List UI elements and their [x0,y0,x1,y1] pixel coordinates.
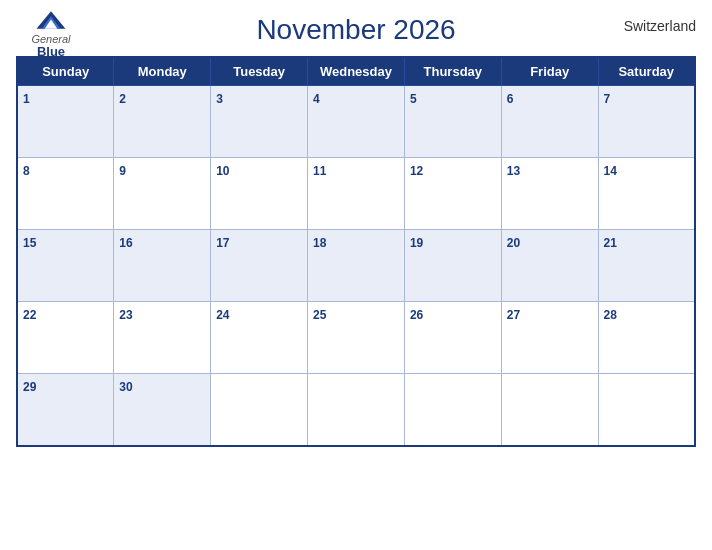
day-number: 17 [216,236,229,250]
day-number: 4 [313,92,320,106]
calendar-day-cell: 11 [308,158,405,230]
calendar-body: 1234567891011121314151617181920212223242… [17,86,695,446]
day-number: 10 [216,164,229,178]
calendar-day-cell [308,374,405,446]
calendar-day-cell: 21 [598,230,695,302]
calendar-day-cell: 10 [211,158,308,230]
calendar-week-row: 2930 [17,374,695,446]
calendar-day-cell: 18 [308,230,405,302]
header-wednesday: Wednesday [308,57,405,86]
calendar-table: Sunday Monday Tuesday Wednesday Thursday… [16,56,696,447]
day-number: 9 [119,164,126,178]
calendar-day-cell [211,374,308,446]
calendar-day-cell: 27 [501,302,598,374]
day-number: 2 [119,92,126,106]
calendar-title: November 2026 [256,14,455,46]
calendar-week-row: 1234567 [17,86,695,158]
calendar-day-cell: 14 [598,158,695,230]
calendar-day-cell: 24 [211,302,308,374]
calendar-week-row: 22232425262728 [17,302,695,374]
calendar-day-cell: 3 [211,86,308,158]
day-number: 30 [119,380,132,394]
calendar-day-cell [404,374,501,446]
calendar-day-cell: 28 [598,302,695,374]
calendar-day-cell: 12 [404,158,501,230]
calendar-day-cell: 25 [308,302,405,374]
day-number: 25 [313,308,326,322]
header-tuesday: Tuesday [211,57,308,86]
day-number: 29 [23,380,36,394]
header-thursday: Thursday [404,57,501,86]
calendar-day-cell: 16 [114,230,211,302]
calendar-day-cell: 4 [308,86,405,158]
calendar-day-cell: 23 [114,302,211,374]
calendar-day-cell: 13 [501,158,598,230]
day-number: 24 [216,308,229,322]
calendar-day-cell: 9 [114,158,211,230]
day-number: 14 [604,164,617,178]
day-number: 16 [119,236,132,250]
day-number: 8 [23,164,30,178]
calendar-day-cell: 5 [404,86,501,158]
calendar-day-cell: 29 [17,374,114,446]
calendar-day-cell: 2 [114,86,211,158]
calendar-day-cell: 15 [17,230,114,302]
header-friday: Friday [501,57,598,86]
calendar-day-cell: 7 [598,86,695,158]
day-number: 5 [410,92,417,106]
calendar-week-row: 891011121314 [17,158,695,230]
weekday-header-row: Sunday Monday Tuesday Wednesday Thursday… [17,57,695,86]
day-number: 18 [313,236,326,250]
calendar-day-cell: 8 [17,158,114,230]
day-number: 26 [410,308,423,322]
day-number: 19 [410,236,423,250]
day-number: 27 [507,308,520,322]
day-number: 21 [604,236,617,250]
country-label: Switzerland [624,18,696,34]
logo-area: General Blue [16,10,86,59]
header-monday: Monday [114,57,211,86]
calendar-day-cell: 22 [17,302,114,374]
header-sunday: Sunday [17,57,114,86]
day-number: 23 [119,308,132,322]
calendar-day-cell [598,374,695,446]
calendar-header: General Blue November 2026 Switzerland [16,10,696,50]
day-number: 3 [216,92,223,106]
calendar-day-cell: 19 [404,230,501,302]
day-number: 22 [23,308,36,322]
day-number: 7 [604,92,611,106]
calendar-wrapper: General Blue November 2026 Switzerland S… [0,0,712,550]
calendar-day-cell [501,374,598,446]
calendar-day-cell: 30 [114,374,211,446]
generalblue-logo-icon [35,10,67,32]
calendar-day-cell: 1 [17,86,114,158]
calendar-day-cell: 26 [404,302,501,374]
day-number: 28 [604,308,617,322]
day-number: 1 [23,92,30,106]
day-number: 13 [507,164,520,178]
day-number: 11 [313,164,326,178]
calendar-week-row: 15161718192021 [17,230,695,302]
header-saturday: Saturday [598,57,695,86]
calendar-day-cell: 6 [501,86,598,158]
calendar-day-cell: 20 [501,230,598,302]
day-number: 6 [507,92,514,106]
day-number: 12 [410,164,423,178]
logo-blue-text: Blue [37,45,65,59]
day-number: 20 [507,236,520,250]
day-number: 15 [23,236,36,250]
calendar-day-cell: 17 [211,230,308,302]
